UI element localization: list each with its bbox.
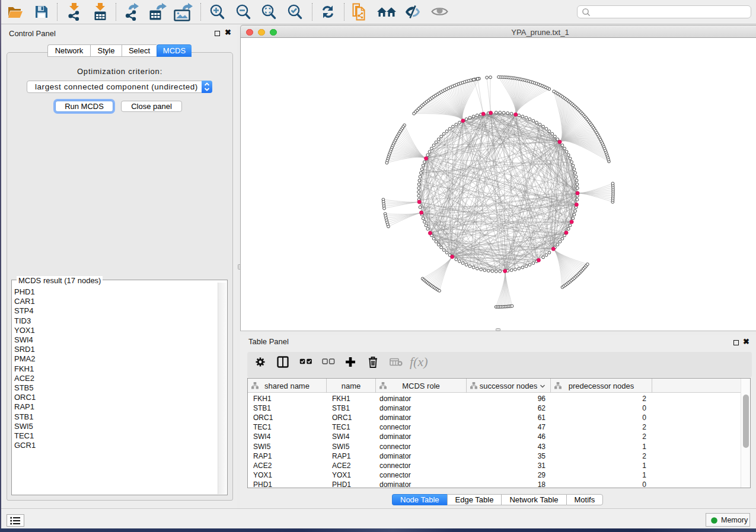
svg-text:f(x): f(x) [410,354,428,369]
